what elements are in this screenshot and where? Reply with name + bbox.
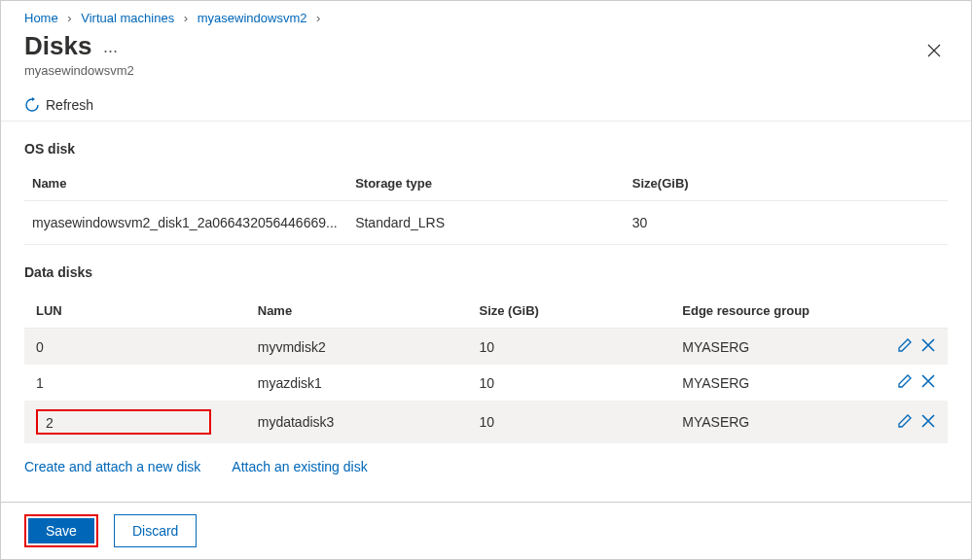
- os-disk-col-storage-type: Storage type: [347, 166, 625, 201]
- delete-icon[interactable]: [920, 413, 936, 429]
- attach-existing-disk-link[interactable]: Attach an existing disk: [232, 459, 367, 474]
- data-disk-col-erg: Edge resource group: [670, 294, 880, 329]
- refresh-button[interactable]: Refresh: [24, 97, 93, 113]
- os-disk-table: Name Storage type Size(GiB) myasewindows…: [24, 166, 948, 245]
- os-disk-storage-type: Standard_LRS: [347, 201, 625, 245]
- data-disk-erg: MYASERG: [670, 329, 880, 366]
- close-icon: [926, 43, 942, 58]
- os-disk-section-title: OS disk: [1, 122, 971, 166]
- breadcrumb-separator: ›: [316, 11, 320, 25]
- more-icon[interactable]: ···: [103, 41, 118, 60]
- page-header: Disks ··· myasewindowsvm2: [1, 31, 971, 89]
- page-subtitle: myasewindowsvm2: [24, 63, 920, 78]
- breadcrumb-separator: ›: [184, 11, 188, 25]
- discard-button[interactable]: Discard: [114, 514, 197, 547]
- edit-icon[interactable]: [897, 337, 913, 353]
- edit-icon[interactable]: [897, 373, 913, 389]
- breadcrumb-separator: ›: [67, 11, 71, 25]
- os-disk-row: myasewindowsvm2_disk1_2a066432056446669.…: [24, 201, 948, 245]
- footer-bar: Save Discard: [0, 502, 972, 560]
- data-disk-lun: 1: [24, 365, 246, 401]
- breadcrumb-home[interactable]: Home: [24, 11, 58, 25]
- toolbar: Refresh: [1, 89, 971, 122]
- delete-icon[interactable]: [920, 337, 936, 353]
- breadcrumb: Home › Virtual machines › myasewindowsvm…: [1, 1, 971, 31]
- close-button[interactable]: [920, 37, 948, 68]
- data-disk-erg: MYASERG: [670, 365, 880, 401]
- data-disk-col-name: Name: [246, 294, 468, 329]
- data-disk-row: 0 myvmdisk2 10 MYASERG: [24, 329, 948, 366]
- data-disk-col-lun: LUN: [24, 294, 246, 329]
- data-disks-section-title: Data disks: [1, 245, 971, 290]
- data-disk-row: 2 mydatadisk3 10 MYASERG: [24, 401, 948, 443]
- save-button[interactable]: Save: [28, 518, 94, 543]
- os-disk-col-name: Name: [24, 166, 347, 201]
- data-disk-name: myazdisk1: [246, 365, 468, 401]
- data-disk-col-size: Size (GiB): [468, 294, 671, 329]
- data-disk-size: 10: [468, 401, 671, 443]
- data-disk-links: Create and attach a new disk Attach an e…: [1, 443, 971, 494]
- os-disk-size: 30: [625, 201, 948, 245]
- breadcrumb-vms[interactable]: Virtual machines: [81, 11, 174, 25]
- refresh-label: Refresh: [46, 97, 93, 113]
- delete-icon[interactable]: [920, 373, 936, 389]
- page-title: Disks: [24, 31, 91, 61]
- data-disk-size: 10: [468, 365, 671, 401]
- data-disk-name: myvmdisk2: [246, 329, 468, 366]
- os-disk-name: myasewindowsvm2_disk1_2a066432056446669.…: [24, 201, 347, 245]
- lun-input[interactable]: 2: [36, 409, 211, 435]
- save-highlight: Save: [24, 514, 98, 547]
- data-disk-erg: MYASERG: [670, 401, 880, 443]
- breadcrumb-vm-name[interactable]: myasewindowsvm2: [198, 11, 307, 25]
- data-disk-row: 1 myazdisk1 10 MYASERG: [24, 365, 948, 401]
- data-disk-lun: 0: [24, 329, 246, 366]
- data-disk-name: mydatadisk3: [246, 401, 468, 443]
- data-disks-table: LUN Name Size (GiB) Edge resource group …: [24, 294, 948, 443]
- refresh-icon: [24, 97, 40, 113]
- edit-icon[interactable]: [897, 413, 913, 429]
- os-disk-col-size: Size(GiB): [625, 166, 948, 201]
- data-disk-size: 10: [468, 329, 671, 366]
- create-attach-disk-link[interactable]: Create and attach a new disk: [24, 459, 200, 474]
